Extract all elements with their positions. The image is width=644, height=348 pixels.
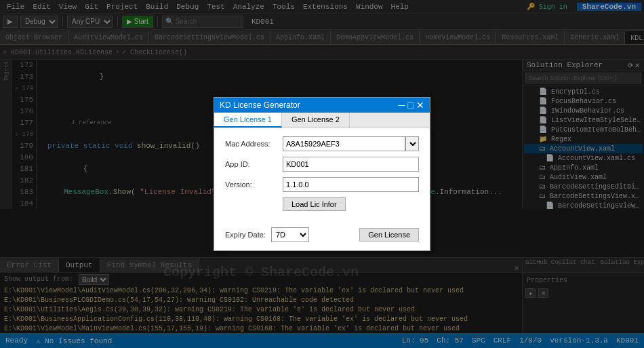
modal-appid-row: App ID: [225,157,419,172]
modal-version-row: Version: [225,177,419,192]
modal-min-btn[interactable]: ─ [399,100,405,110]
modal-mac-select[interactable]: ▾ [405,136,419,151]
modal-expiry-label: Expiry Date: [225,231,266,239]
modal-appid-input[interactable] [283,157,419,172]
modal-mac-row: Mac Address: ▾ [225,136,419,151]
modal-footer: Expiry Date: 7D 30D 90D 365D Never Gen L… [214,225,430,250]
modal-tab-gen2[interactable]: Gen License 2 [282,113,350,128]
modal-close-btn[interactable]: ✕ [416,100,424,110]
modal-mac-label: Mac Address: [225,140,283,148]
modal-body: Mac Address: ▾ App ID: Version: Load Lic… [214,128,430,225]
modal-version-label: Version: [225,180,283,189]
modal-gen-btn[interactable]: Gen License [359,228,419,241]
modal-max-btn[interactable]: □ [408,100,414,110]
modal-expiry-row: Expiry Date: 7D 30D 90D 365D Never Gen L… [225,227,419,242]
modal-load-row: Load Lic Infor [225,197,419,211]
modal-tab-gen1[interactable]: Gen License 1 [214,113,282,128]
modal-expiry-select[interactable]: 7D 30D 90D 365D Never [271,227,309,242]
modal-appid-label: App ID: [225,160,283,168]
modal-load-btn[interactable]: Load Lic Infor [283,197,346,211]
modal-titlebar: KD License Generator ─ □ ✕ [214,98,430,113]
modal-version-input[interactable] [283,177,419,192]
modal-tab-bar: Gen License 1 Gen License 2 [214,113,430,128]
modal-mac-field: ▾ [283,136,419,151]
modal-controls: ─ □ ✕ [399,100,424,110]
kd-license-modal: KD License Generator ─ □ ✕ Gen License 1… [214,97,430,251]
modal-title: KD License Generator [220,100,300,110]
modal-overlay: KD License Generator ─ □ ✕ Gen License 1… [0,0,644,348]
modal-mac-input[interactable] [283,136,405,151]
